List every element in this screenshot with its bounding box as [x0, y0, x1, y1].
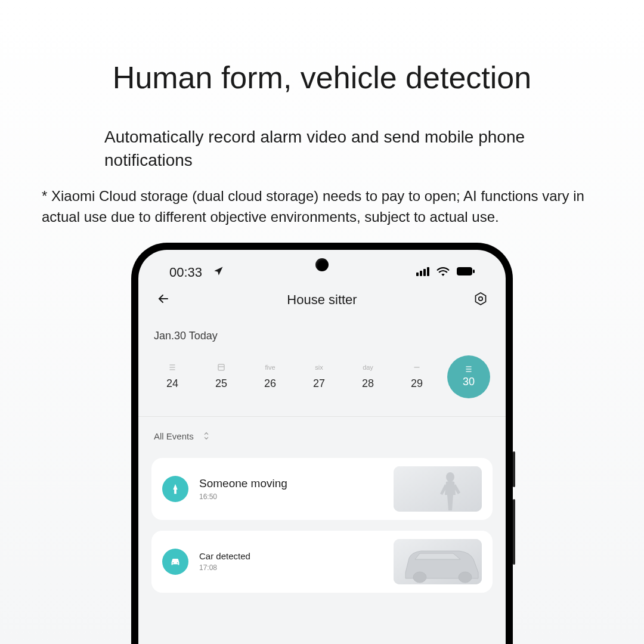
calendar-day-top: five: [265, 363, 275, 371]
cellular-icon: [416, 267, 429, 278]
disclaimer-note: * Xiaomi Cloud storage (dual cloud stora…: [42, 186, 602, 228]
status-time: 00:33: [169, 265, 202, 280]
event-time: 17:08: [199, 564, 383, 572]
svg-rect-1: [420, 271, 422, 276]
phone-screen: 00:33: [138, 250, 506, 644]
calendar-day-24[interactable]: 24: [154, 363, 191, 390]
calendar-day-28[interactable]: day28: [349, 363, 386, 390]
calendar-day-top: [217, 363, 225, 371]
events-list: Someone moving16:50Car detected17:08: [151, 458, 493, 593]
calendar-day-number: 25: [215, 377, 227, 390]
svg-point-19: [172, 562, 174, 564]
svg-point-20: [177, 562, 178, 564]
phone-camera-hole: [315, 258, 329, 271]
app-title: House sitter: [287, 292, 357, 308]
battery-icon: [457, 267, 475, 278]
calendar-day-top: [465, 365, 473, 373]
calendar-day-number: 24: [166, 377, 178, 390]
headline: Human form, vehicle detection: [42, 60, 602, 95]
event-title: Someone moving: [199, 477, 383, 490]
calendar-day-top: six: [315, 363, 323, 371]
car-icon: [162, 549, 188, 575]
svg-rect-4: [457, 267, 472, 275]
event-title: Car detected: [199, 551, 383, 561]
calendar-day-26[interactable]: five26: [252, 363, 289, 390]
calendar-day-number: 30: [463, 376, 475, 388]
calendar-day-number: 28: [362, 377, 374, 390]
calendar-day-top: [168, 363, 177, 371]
calendar-day-number: 27: [313, 377, 325, 390]
svg-rect-0: [416, 273, 419, 276]
event-time: 16:50: [199, 493, 383, 501]
app-bar: House sitter: [151, 284, 493, 313]
calendar-row: 2425five26six27day282930: [151, 355, 493, 398]
calendar-day-25[interactable]: 25: [203, 363, 240, 390]
svg-rect-5: [473, 270, 475, 273]
subheadline: Automatically record alarm video and sen…: [42, 125, 602, 172]
event-thumbnail: [394, 466, 482, 512]
date-label: Jan.30 Today: [154, 330, 493, 342]
wifi-icon: [436, 267, 450, 278]
divider: [138, 416, 506, 417]
svg-rect-11: [218, 364, 224, 370]
event-thumbnail: [394, 539, 482, 584]
location-icon: [213, 266, 224, 279]
back-button[interactable]: [156, 292, 171, 308]
svg-marker-6: [475, 293, 485, 305]
phone-frame: 00:33: [131, 243, 513, 644]
calendar-day-number: 26: [264, 377, 276, 390]
svg-point-22: [413, 572, 426, 583]
svg-point-23: [459, 572, 472, 583]
calendar-day-30[interactable]: 30: [447, 355, 490, 398]
calendar-day-29[interactable]: 29: [398, 363, 435, 390]
calendar-day-number: 29: [411, 377, 423, 390]
person-icon: [162, 476, 188, 502]
calendar-day-27[interactable]: six27: [301, 363, 338, 390]
svg-rect-2: [423, 269, 426, 276]
settings-button[interactable]: [473, 292, 488, 308]
filter-label: All Events: [154, 431, 194, 441]
phone-side-buttons: [513, 451, 515, 565]
svg-rect-3: [427, 267, 429, 276]
event-card[interactable]: Someone moving16:50: [151, 458, 493, 520]
calendar-day-top: [413, 363, 421, 371]
svg-rect-17: [394, 466, 482, 512]
svg-point-18: [446, 472, 454, 482]
event-card[interactable]: Car detected17:08: [151, 531, 493, 593]
svg-point-7: [479, 297, 482, 301]
calendar-day-top: day: [363, 363, 373, 371]
sort-icon: [202, 432, 210, 440]
events-filter[interactable]: All Events: [154, 431, 493, 441]
